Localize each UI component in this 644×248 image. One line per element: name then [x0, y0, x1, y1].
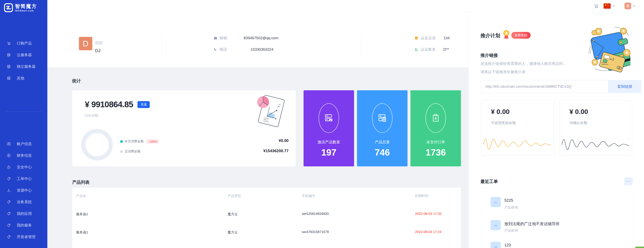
database-icon — [7, 76, 11, 80]
balance-note: (当前余额) — [84, 114, 99, 118]
sidebar-item-cloud-server[interactable]: 云服务器 — [0, 49, 47, 61]
cert-name-label: 认证姓名 — [421, 47, 436, 52]
user-avatar: D — [79, 37, 92, 50]
legend-total-row: 总消费金额 — [120, 149, 140, 154]
language-selector[interactable]: ★★★★ — [604, 3, 615, 9]
cell-host-id: ser520614934820 — [302, 212, 329, 216]
consumption-donut-chart — [81, 129, 113, 161]
ticket-item[interactable]: -- 123 — [490, 242, 629, 248]
ticket-title: 123 — [504, 243, 511, 248]
sidebar-item-security-center[interactable]: 安全中心 — [0, 161, 47, 173]
ticket-title: 放到法规的广泛地不发达辅导班 — [504, 221, 560, 227]
tag-icon — [7, 200, 11, 204]
phone-label: 电话 — [220, 47, 227, 52]
active-products-card: 激活产品数量 197 — [304, 90, 354, 166]
col-header-product-type: 产品类型 — [228, 194, 241, 198]
person-check-icon — [414, 47, 418, 52]
total-products-card: 产品总量 746 — [357, 90, 408, 166]
main-content: D 你好 DJ 邮箱 839467502@qq.com 电话 153303632… — [47, 12, 468, 248]
recharge-button[interactable]: 充值 — [138, 101, 150, 108]
cert-name-row: 认证姓名 — [414, 47, 436, 52]
copy-link-button[interactable]: 复制链接 — [608, 80, 641, 93]
lock-icon — [7, 165, 11, 169]
ticket-icon: -- — [490, 220, 501, 230]
pending-amount-card: ¥ 0.00 待确认金额 — [560, 101, 632, 155]
sidebar-item-order-products[interactable]: 订购产品 — [0, 37, 47, 49]
envelope-icon — [214, 36, 217, 40]
view-rewards-button[interactable]: 查看奖励 — [511, 32, 530, 39]
phone-row: 电话 — [214, 47, 227, 52]
col-header-host-id: 主机编号 — [302, 194, 315, 198]
sidebar-item-business-system[interactable]: 业务系统 — [0, 196, 47, 208]
trend-badge: ↓100% — [146, 139, 159, 144]
stats-card: ¥ 9910864.85 充值 (当前余额) 本月消费金额 ↓100% 总消费金… — [72, 90, 296, 166]
brand-name: 智简魔方 — [15, 4, 37, 9]
referral-desc-line2: 请将以下链接发给被推介者 — [480, 69, 526, 74]
referral-link-title: 推介链接 — [480, 52, 498, 58]
sidebar-item-my-apps[interactable]: 我的应用 — [0, 208, 47, 220]
server-list-icon — [377, 113, 388, 124]
sidebar-item-others[interactable]: 其他 — [0, 72, 47, 84]
chat-widget-button[interactable] — [635, 247, 644, 248]
brand-domain: IDCSmart.com — [15, 10, 37, 12]
tickets-list: -- 5225 产品咨询 -- 放到法规的广泛地不发达辅导班 产品咨询 -- 1… — [481, 188, 633, 248]
product-table: 产品名 产品类型 主机编号 到期时间 服务器1 魔方云 ser520614934… — [72, 188, 461, 248]
avatar: D — [624, 2, 631, 9]
legend-swatch-month — [120, 140, 123, 143]
cell-product-type: 魔方云 — [228, 212, 238, 217]
phone-value: 15330363224 — [250, 47, 274, 52]
stats-section-title: 统计 — [72, 78, 81, 84]
user-menu[interactable]: D — [624, 2, 635, 9]
ticket-item[interactable]: -- 放到法规的广泛地不发达辅导班 产品咨询 — [490, 220, 629, 232]
cart-icon[interactable] — [593, 3, 599, 9]
database-icon — [7, 53, 11, 57]
sidebar-item-account-info[interactable]: 账户信息 — [0, 138, 47, 150]
reward-label: 可提现奖励金额 — [491, 120, 516, 125]
database-icon — [7, 64, 11, 69]
card-value: 1736 — [410, 147, 461, 158]
chevron-down-icon — [612, 5, 615, 7]
report-illustration — [254, 92, 287, 129]
download-icon — [7, 188, 11, 192]
id-card-icon — [7, 142, 11, 146]
chevron-down-icon — [633, 5, 635, 7]
tickets-more-button[interactable]: ··· — [624, 177, 633, 185]
sparkline-chart — [562, 135, 630, 153]
ticket-item[interactable]: -- 5225 产品咨询 — [490, 197, 629, 209]
cert-company-row: 企 认证企业 — [414, 35, 436, 41]
legend-swatch-total — [120, 150, 123, 153]
legend-month-label: 本月消费金额 — [125, 139, 144, 144]
clipboard-x-icon — [430, 113, 441, 124]
legend-month-row: 本月消费金额 ↓100% — [120, 139, 159, 144]
referral-link-input[interactable]: http://kfc.idcsmart.com/recommend/J4i8MC… — [481, 80, 608, 93]
card-label: 未支付订单 — [410, 140, 461, 145]
company-shield-icon: 企 — [414, 36, 418, 40]
cell-product-name: 服务器1 — [76, 230, 88, 235]
sparkline-chart — [483, 135, 552, 153]
sidebar-item-dedicated-server[interactable]: 独立服务器 — [0, 61, 47, 72]
brand-logo[interactable]: 智简魔方 IDCSmart.com — [4, 3, 37, 12]
sidebar-item-ticket-center[interactable]: 工单中心 — [0, 173, 47, 185]
ticket-category: 产品咨询 — [504, 228, 518, 233]
withdrawable-reward-card: ¥ 0.00 可提现奖励金额 — [481, 101, 554, 155]
wallet-illustration — [583, 24, 630, 73]
col-header-product-name: 产品名 — [76, 194, 86, 198]
reward-amount: ¥ 0.00 — [491, 108, 510, 116]
sidebar-item-my-services[interactable]: 我的服务 — [0, 220, 47, 231]
sidebar-item-finance-info[interactable]: 财务信息 — [0, 150, 47, 161]
sidebar-item-developer-admin[interactable]: 开发者管理 — [0, 231, 47, 243]
card-label: 产品总量 — [357, 140, 408, 145]
reward-amount: ¥ 0.00 — [570, 108, 588, 116]
tag-icon — [7, 235, 11, 239]
divider — [162, 33, 162, 55]
legend-total-label: 总消费金额 — [125, 149, 140, 154]
icon-ellipse — [426, 103, 446, 133]
sidebar: 智简魔方 IDCSmart.com 订购产品 云服务器 独立服务器 其他 账户信… — [0, 0, 47, 248]
icon-ellipse — [372, 103, 392, 133]
tag-icon — [7, 212, 11, 216]
referral-panel: 推介计划 查看奖励 — [468, 12, 644, 248]
sidebar-item-resource-center[interactable]: 资源中心 — [0, 185, 47, 196]
medal-icon — [502, 29, 510, 40]
cell-product-type: 魔方云 — [228, 230, 238, 235]
referral-title: 推介计划 — [480, 32, 500, 39]
